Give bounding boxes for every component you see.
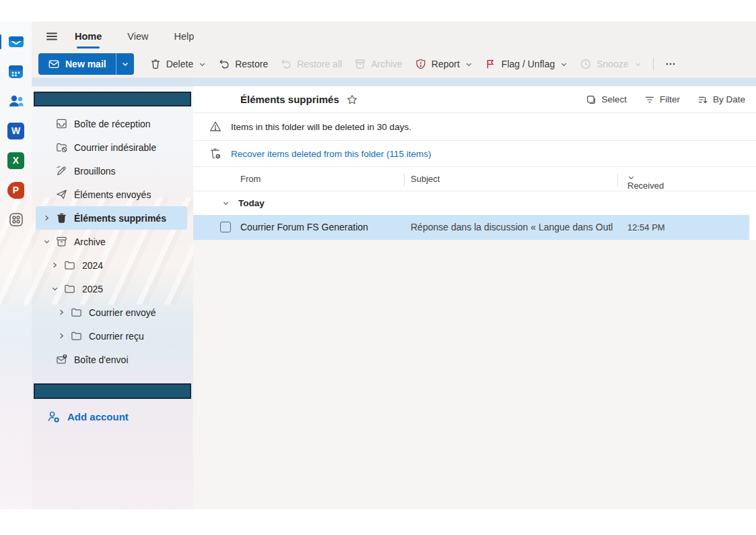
folder-tree: Boîte de réception Courrier indésirable [32,112,193,371]
add-account-label: Add account [67,411,129,422]
undo-icon [218,58,230,70]
new-mail-dropdown-button[interactable] [116,53,134,75]
more-commands-button[interactable] [659,53,682,75]
folder-archive[interactable]: Archive [36,230,187,253]
expand-chevron-icon[interactable] [57,332,65,340]
message-list-pane: Éléments supprimés Select [193,86,756,509]
tab-view[interactable]: View [127,22,148,51]
column-received[interactable]: Received [627,174,635,181]
folder-icon [63,282,76,295]
rail-item-word[interactable]: W [7,121,26,140]
main-column: Home View Help New mail [32,22,756,509]
shield-warning-icon [415,58,427,70]
folder-label: Éléments supprimés [74,213,166,224]
calendar-icon [7,63,24,80]
expand-chevron-icon[interactable] [57,309,65,316]
delete-button[interactable]: Delete [143,53,212,75]
undo-icon [280,58,292,70]
restore-all-button[interactable]: Restore all [274,53,348,75]
tab-home[interactable]: Home [75,22,102,51]
folder-junk[interactable]: Courrier indésirable [36,135,187,159]
snooze-label: Snooze [596,59,628,69]
message-row[interactable]: Courrier Forum FS Generation Réponse dan… [193,215,749,240]
recover-banner: Recover items deleted from this folder (… [193,140,756,166]
rail-item-outlook[interactable] [7,32,26,51]
clock-icon [580,58,592,70]
app-rail: W X P [0,22,32,509]
column-from[interactable]: From [240,174,261,184]
column-divider[interactable] [617,174,618,187]
recover-items-link[interactable]: Recover items deleted from this folder (… [231,149,432,159]
rail-item-people[interactable] [7,92,26,111]
folder-sent[interactable]: Éléments envoyés [36,183,187,206]
folder-icon [63,259,76,272]
column-subject[interactable]: Subject [411,174,440,184]
expand-chevron-icon[interactable] [50,261,59,269]
sort-by-date-button[interactable]: By Date [697,94,745,105]
flag-icon [485,58,497,70]
people-icon [7,92,25,110]
outbox-icon [55,353,68,366]
ellipsis-icon [665,59,676,69]
collapse-chevron-icon[interactable] [42,238,50,245]
collapse-chevron-icon[interactable] [222,199,230,207]
warning-icon [209,120,222,133]
folder-outbox[interactable]: Boîte d'envoi [36,348,187,371]
ribbon-tabs: Home View Help [75,22,194,51]
folder-label: Brouillons [74,166,115,177]
select-button[interactable]: Select [586,94,627,105]
person-add-icon [46,410,61,424]
folder-2025[interactable]: 2025 [36,277,187,301]
excel-icon: X [7,152,24,169]
snooze-button[interactable]: Snooze [574,53,647,75]
message-received-time: 12:54 PM [627,222,665,232]
flag-unflag-button[interactable]: Flag / Unflag [479,53,574,75]
rail-item-app-launcher[interactable] [7,210,26,229]
folder-label: Éléments envoyés [74,189,151,200]
rail-item-calendar[interactable] [7,62,26,81]
filter-button[interactable]: Filter [644,94,680,105]
archive-icon [354,58,366,70]
retention-banner: Items in this folder will be deleted in … [193,113,756,140]
folder-deleted-items[interactable]: Éléments supprimés [36,206,187,230]
archive-icon [55,235,68,248]
rail-item-excel[interactable]: X [7,151,26,170]
restore-button[interactable]: Restore [212,53,274,75]
trash-icon [55,212,68,224]
chevron-down-icon [465,61,473,68]
redacted-storage-info [34,383,191,399]
favorite-star-icon[interactable] [346,94,358,106]
report-button[interactable]: Report [409,53,479,75]
delete-label: Delete [166,59,193,69]
group-header-today[interactable]: Today [193,191,756,215]
folder-title: Éléments supprimés [240,94,339,105]
word-icon: W [7,123,24,139]
message-checkbox[interactable] [220,222,231,232]
outlook-mail-icon [7,33,25,51]
folder-courrier-envoye[interactable]: Courrier envoyé [36,301,187,324]
powerpoint-icon: P [7,182,24,199]
archive-button[interactable]: Archive [348,53,409,75]
draft-pencil-icon [55,164,68,177]
hamburger-menu-button[interactable] [44,28,60,44]
folder-2024[interactable]: 2024 [36,253,187,277]
rail-item-powerpoint[interactable]: P [7,181,26,199]
column-divider[interactable] [404,174,405,187]
filter-label: Filter [660,94,680,104]
tab-help[interactable]: Help [174,22,194,51]
send-icon [55,188,68,201]
folder-label: 2024 [82,260,103,271]
outlook-window: W X P Home View Help [0,22,756,509]
ribbon-toolbar: New mail Delete Restore [32,51,756,78]
add-account-button[interactable]: Add account [46,410,129,424]
collapse-chevron-icon[interactable] [50,285,59,292]
chevron-down-icon [634,61,642,68]
flag-unflag-label: Flag / Unflag [502,59,555,69]
expand-chevron-icon[interactable] [42,214,50,222]
new-mail-button[interactable]: New mail [38,53,116,75]
folder-drafts[interactable]: Brouillons [36,159,187,183]
chevron-down-icon [199,61,206,68]
folder-courrier-recu[interactable]: Courrier reçu [36,324,187,348]
folder-label: Courrier reçu [89,331,144,342]
folder-inbox[interactable]: Boîte de réception [36,112,187,135]
